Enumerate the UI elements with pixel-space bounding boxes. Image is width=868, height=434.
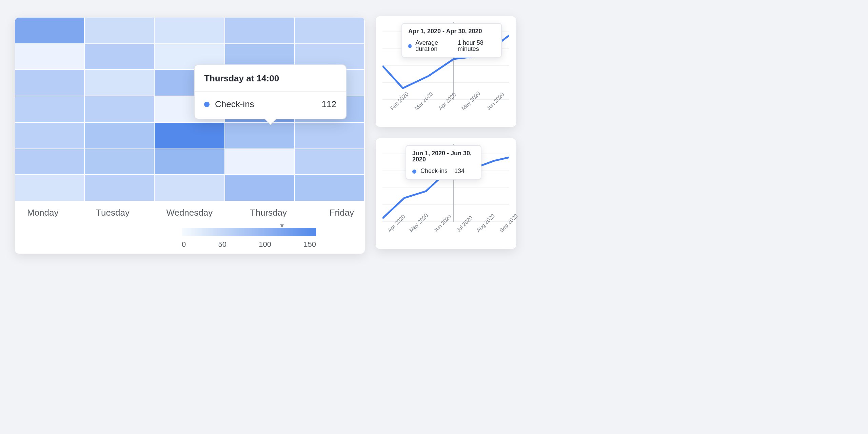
heatmap-cell[interactable] [155, 18, 225, 44]
heatmap-tooltip-title: Thursday at 14:00 [195, 65, 346, 92]
heatmap-cell[interactable] [155, 149, 225, 175]
avg-duration-card: Feb 2020 Mar 2020 Apr 2020 May 2020 Jun … [376, 16, 516, 127]
heatmap-legend-ticks: 0 50 100 150 [182, 240, 316, 248]
heatmap-cell[interactable] [295, 175, 365, 201]
heatmap-tooltip-label: Check-ins [215, 99, 254, 109]
tooltip-label: Check-ins [420, 168, 448, 174]
avg-duration-tooltip: Apr 1, 2020 - Apr 30, 2020 Average durat… [401, 23, 502, 58]
heatmap-cell[interactable] [85, 18, 155, 44]
heatmap-xlabel: Monday [24, 208, 91, 226]
heatmap-cell[interactable] [85, 96, 155, 122]
checkins-tooltip: Jun 1, 2020 - Jun 30, 2020 Check-ins 134 [406, 145, 481, 180]
heatmap-cell[interactable] [15, 123, 85, 149]
heatmap-cell[interactable] [155, 123, 225, 149]
heatmap-cell[interactable] [15, 44, 85, 70]
heatmap-card: Monday Tuesday Wednesday Thursday Friday… [15, 18, 365, 254]
heatmap-cell[interactable] [15, 175, 85, 201]
heatmap-legend-gradient: ▼ [182, 228, 316, 236]
heatmap-legend: ▼ 0 50 100 150 [182, 228, 316, 248]
heatmap-legend-tick: 100 [259, 240, 271, 248]
heatmap-cell[interactable] [225, 175, 295, 201]
tooltip-title: Jun 1, 2020 - Jun 30, 2020 [406, 146, 481, 167]
tooltip-value: 1 hour 58 minutes [458, 40, 495, 52]
heatmap-cell[interactable] [295, 149, 365, 175]
heatmap-cell[interactable] [15, 18, 85, 44]
heatmap-cell[interactable] [155, 175, 225, 201]
heatmap-cell[interactable] [295, 18, 365, 44]
heatmap-x-axis: Monday Tuesday Wednesday Thursday Friday [24, 208, 355, 226]
heatmap-tooltip: Thursday at 14:00 Check-ins 112 [194, 64, 347, 119]
heatmap-tooltip-value: 112 [322, 99, 336, 109]
heatmap-xlabel: Wednesday [157, 208, 223, 226]
legend-dot-icon [204, 101, 210, 107]
heatmap-cell[interactable] [225, 149, 295, 175]
checkins-x-axis: Apr 2020 May 2020 Jun 2020 Jul 2020 Aug … [382, 228, 509, 235]
heatmap-legend-tick: 50 [218, 240, 227, 248]
heatmap-legend-tick: 150 [303, 240, 316, 248]
heatmap-xlabel: Friday [289, 208, 355, 226]
heatmap-cell[interactable] [15, 96, 85, 122]
checkins-card: Apr 2020 May 2020 Jun 2020 Jul 2020 Aug … [376, 138, 516, 249]
avg-duration-x-axis: Feb 2020 Mar 2020 Apr 2020 May 2020 Jun … [382, 106, 509, 113]
tooltip-value: 134 [454, 168, 465, 174]
heatmap-cell[interactable] [85, 123, 155, 149]
heatmap-cell[interactable] [85, 175, 155, 201]
heatmap-legend-tick: 0 [182, 240, 186, 248]
heatmap-cell[interactable] [85, 149, 155, 175]
legend-dot-icon [412, 169, 416, 173]
heatmap-legend-indicator-icon: ▼ [279, 222, 285, 229]
heatmap-xlabel: Tuesday [91, 208, 157, 226]
tooltip-label: Average duration [415, 40, 451, 52]
heatmap-cell[interactable] [225, 123, 295, 149]
heatmap-cell[interactable] [225, 18, 295, 44]
heatmap-cell[interactable] [85, 70, 155, 96]
heatmap-cell[interactable] [295, 123, 365, 149]
heatmap-cell[interactable] [85, 44, 155, 70]
heatmap-cell[interactable] [15, 70, 85, 96]
heatmap-cell[interactable] [15, 149, 85, 175]
tooltip-title: Apr 1, 2020 - Apr 30, 2020 [402, 24, 501, 39]
legend-dot-icon [408, 44, 411, 48]
